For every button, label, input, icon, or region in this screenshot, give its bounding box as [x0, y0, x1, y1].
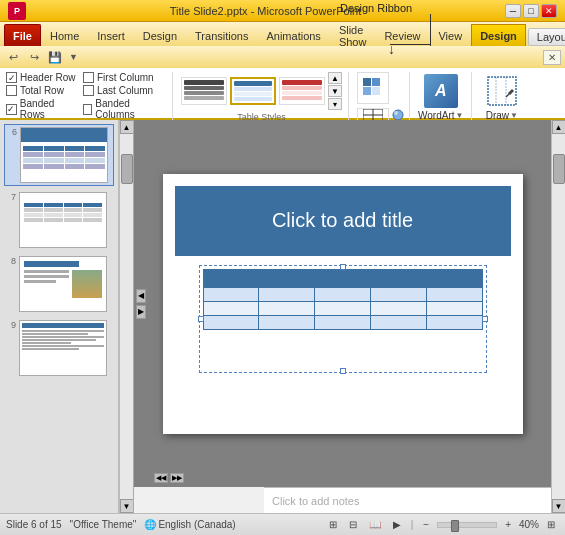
tab-file[interactable]: File [4, 24, 41, 46]
resize-handle-top[interactable] [340, 264, 346, 270]
panel-scroll-thumb[interactable] [121, 154, 133, 184]
slide-thumb-8[interactable]: 8 [4, 254, 114, 314]
tab-layout[interactable]: Layout [528, 28, 565, 46]
table-cell[interactable] [315, 269, 371, 287]
main-scroll-thumb[interactable] [553, 154, 565, 184]
last-column-check[interactable]: Last Column [83, 85, 158, 96]
qat-more-button[interactable]: ▼ [69, 52, 78, 62]
zoom-slider[interactable] [437, 522, 497, 528]
tab-design-active[interactable]: Design [471, 24, 526, 46]
expand-left-button[interactable]: ◀ [136, 289, 146, 303]
resize-handle-bottom[interactable] [340, 368, 346, 374]
view-reading-button[interactable]: 📖 [365, 517, 385, 532]
table-cell[interactable] [426, 315, 482, 329]
expand-right-button[interactable]: ▶ [136, 305, 146, 319]
total-row-checkbox[interactable] [6, 85, 17, 96]
main-scroll-track[interactable] [552, 134, 565, 499]
zoom-in-button[interactable]: + [501, 517, 515, 532]
panel-scroll-down[interactable]: ▼ [120, 499, 134, 513]
tab-animations[interactable]: Animations [257, 24, 329, 46]
tab-transitions[interactable]: Transitions [186, 24, 257, 46]
style-gallery-scroll[interactable]: ▲ ▼ ▾ [328, 72, 342, 110]
table-cell[interactable] [203, 269, 259, 287]
table-cell[interactable] [259, 301, 315, 315]
main-scroll-down[interactable]: ▼ [552, 499, 566, 513]
banded-rows-checkbox[interactable] [6, 104, 17, 115]
table-cell[interactable] [203, 315, 259, 329]
save-button[interactable]: 💾 [46, 48, 64, 66]
first-column-checkbox[interactable] [83, 72, 94, 83]
slide-thumb-6[interactable]: 6 [4, 124, 114, 186]
table-style-3[interactable] [279, 77, 325, 105]
tab-slideshow[interactable]: Slide Show [330, 24, 376, 46]
slide-table-area[interactable] [203, 269, 483, 369]
title-bar-controls[interactable]: ─ □ ✕ [505, 4, 557, 18]
table-cell[interactable] [259, 269, 315, 287]
slide-thumb-7[interactable]: 7 [4, 190, 114, 250]
table-cell[interactable] [315, 301, 371, 315]
resize-handle-left[interactable] [198, 316, 204, 322]
table-style-2[interactable] [230, 77, 276, 105]
total-row-check[interactable]: Total Row [6, 85, 81, 96]
notes-area[interactable]: Click to add notes [264, 487, 551, 513]
tab-view[interactable]: View [429, 24, 471, 46]
slide-title-area[interactable]: Click to add title [175, 186, 511, 256]
table-cell[interactable] [259, 315, 315, 329]
main-scroll-up[interactable]: ▲ [552, 120, 566, 134]
tab-home[interactable]: Home [41, 24, 88, 46]
tab-design[interactable]: Design [134, 24, 186, 46]
banded-cols-check[interactable]: Banded Columns [83, 98, 158, 120]
table-style-1[interactable] [181, 77, 227, 105]
draw-borders-dropdown-arrow[interactable]: ▼ [510, 111, 518, 120]
zoom-thumb[interactable] [451, 520, 459, 532]
table-cell[interactable] [315, 287, 371, 301]
undo-button[interactable]: ↩ [4, 48, 22, 66]
style-gallery-more[interactable]: ▾ [328, 98, 342, 110]
panel-scrollbar[interactable]: ▲ ▼ [119, 120, 133, 513]
banded-cols-checkbox[interactable] [83, 104, 92, 115]
redo-button[interactable]: ↪ [25, 48, 43, 66]
header-row-checkbox[interactable] [6, 72, 17, 83]
status-right[interactable]: ⊞ ⊟ 📖 ▶ | − + 40% ⊞ [325, 517, 559, 532]
slide-navigation-buttons[interactable]: ◀◀ ▶▶ [154, 473, 184, 483]
first-column-check[interactable]: First Column [83, 72, 158, 83]
slide-table[interactable] [203, 269, 483, 330]
close-panel-button[interactable]: ✕ [543, 50, 561, 65]
style-gallery-up[interactable]: ▲ [328, 72, 342, 84]
table-cell[interactable] [315, 315, 371, 329]
table-cell[interactable] [370, 301, 426, 315]
table-cell[interactable] [426, 301, 482, 315]
style-gallery-down[interactable]: ▼ [328, 85, 342, 97]
header-row-check[interactable]: Header Row [6, 72, 81, 83]
last-column-checkbox[interactable] [83, 85, 94, 96]
close-button[interactable]: ✕ [541, 4, 557, 18]
table-cell[interactable] [426, 287, 482, 301]
tab-insert[interactable]: Insert [88, 24, 134, 46]
slide-canvas[interactable]: Click to add title [163, 174, 523, 434]
tab-review[interactable]: Review [375, 24, 429, 46]
panel-scroll-up[interactable]: ▲ [120, 120, 134, 134]
main-scrollbar[interactable]: ▲ ▼ [551, 120, 565, 513]
table-cell[interactable] [370, 269, 426, 287]
nav-next-button[interactable]: ▶▶ [170, 473, 184, 483]
view-normal-button[interactable]: ⊞ [325, 517, 341, 532]
table-cell[interactable] [259, 287, 315, 301]
resize-handle-right[interactable] [482, 316, 488, 322]
slide-thumb-9[interactable]: 9 [4, 318, 114, 378]
table-cell[interactable] [203, 301, 259, 315]
table-cell[interactable] [370, 287, 426, 301]
fit-slide-button[interactable]: ⊞ [543, 517, 559, 532]
view-slideshow-button[interactable]: ▶ [389, 517, 405, 532]
table-cell[interactable] [426, 269, 482, 287]
shading-button[interactable] [357, 72, 389, 104]
minimize-button[interactable]: ─ [505, 4, 521, 18]
zoom-out-button[interactable]: − [419, 517, 433, 532]
nav-prev-button[interactable]: ◀◀ [154, 473, 168, 483]
panel-scroll-track[interactable] [120, 134, 133, 499]
view-slide-sorter-button[interactable]: ⊟ [345, 517, 361, 532]
banded-rows-check[interactable]: Banded Rows [6, 98, 81, 120]
maximize-button[interactable]: □ [523, 4, 539, 18]
wordart-dropdown-arrow[interactable]: ▼ [456, 111, 464, 120]
table-cell[interactable] [370, 315, 426, 329]
panel-expand-buttons[interactable]: ◀ ▶ [136, 289, 146, 319]
